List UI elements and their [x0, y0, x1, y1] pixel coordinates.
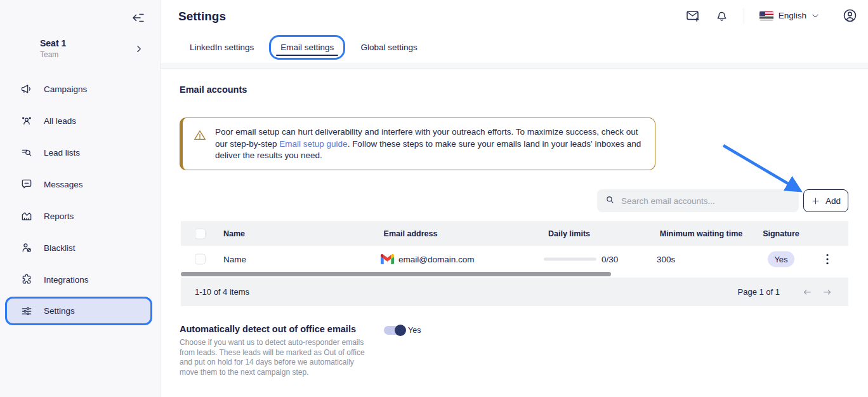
sidebar-item-label: Reports [44, 212, 74, 221]
topbar: English [685, 8, 858, 24]
tab-linkedin-settings[interactable]: LinkedIn settings [178, 35, 265, 60]
column-header-daily-limits: Daily limits [548, 229, 590, 238]
chart-icon [20, 210, 33, 222]
out-of-office-description: Choose if you want us to detect auto-res… [180, 338, 369, 377]
sidebar-item-settings[interactable]: Settings [5, 297, 152, 325]
column-header-min-waiting: Minimum waiting time [660, 229, 743, 238]
table-header: Name Email address Daily limits Minimum … [181, 221, 848, 246]
sidebar-item-label: Blacklist [44, 243, 76, 253]
people-icon [20, 114, 33, 127]
horizontal-scrollbar[interactable] [181, 272, 611, 276]
out-of-office-toggle[interactable] [384, 326, 404, 335]
puzzle-icon [20, 273, 33, 286]
notifications-bell-icon[interactable] [714, 8, 730, 24]
tab-email-settings[interactable]: Email settings [269, 35, 345, 60]
daily-limit-progressbar [544, 257, 596, 260]
person-block-icon [20, 241, 33, 254]
page-indicator: Page 1 of 1 [738, 287, 780, 297]
language-label[interactable]: English [779, 11, 806, 20]
email-accounts-heading: Email accounts [180, 84, 247, 95]
collapse-sidebar-icon[interactable] [131, 10, 146, 25]
list-search-icon [20, 146, 33, 159]
column-header-email: Email address [384, 229, 438, 238]
toggle-knob [395, 325, 406, 336]
sidebar-item-lead-lists[interactable]: Lead lists [0, 137, 160, 168]
sidebar-item-blacklist[interactable]: Blacklist [0, 232, 160, 264]
sidebar-item-reports[interactable]: Reports [0, 200, 160, 232]
table-row: Name email@domain.com 0/30 300s Yes [181, 246, 848, 272]
tabs-divider [161, 64, 868, 69]
sidebar-nav: Campaigns All leads Lead lists Messages [0, 73, 160, 327]
seat-selector[interactable]: Seat 1 Team [40, 38, 66, 59]
sidebar-item-campaigns[interactable]: Campaigns [0, 73, 160, 105]
search-icon [605, 194, 615, 208]
row-name: Name [223, 254, 246, 264]
sidebar-item-label: Campaigns [44, 84, 87, 94]
row-email: email@domain.com [398, 254, 475, 264]
email-setup-guide-link[interactable]: Email setup guide [279, 139, 347, 149]
row-actions-kebab-icon[interactable] [822, 253, 832, 266]
app-window: Seat 1 Team Campaigns All leads [0, 0, 868, 397]
out-of-office-title: Automatically detect out of office email… [180, 324, 356, 334]
sidebar-item-label: Settings [44, 306, 75, 316]
sidebar-item-label: Messages [44, 180, 83, 189]
gmail-icon [381, 254, 394, 264]
search-input[interactable] [621, 196, 791, 206]
main-content: Settings English LinkedIn settings Ema [161, 0, 868, 397]
sliders-icon [20, 305, 33, 318]
seat-subtitle: Team [40, 50, 66, 59]
active-tab-underline [276, 55, 338, 56]
warning-triangle-icon [193, 128, 207, 142]
select-all-checkbox[interactable] [195, 228, 206, 239]
search-email-accounts [597, 189, 799, 212]
sidebar-item-label: All leads [44, 116, 76, 126]
chevron-down-icon[interactable] [810, 11, 820, 21]
chevron-right-icon[interactable] [133, 43, 145, 55]
sidebar-item-integrations[interactable]: Integrations [0, 264, 160, 295]
compose-email-icon[interactable] [685, 8, 700, 24]
us-flag-icon [760, 11, 773, 20]
pagination-bar: 1-10 of 4 items Page 1 of 1 [181, 278, 848, 306]
row-min-waiting: 300s [657, 254, 675, 264]
row-daily-limit: 0/30 [602, 254, 618, 264]
page-title: Settings [178, 10, 226, 24]
deliverability-warning-banner: Poor email setup can hurt deliverability… [180, 118, 655, 170]
column-header-name: Name [223, 229, 245, 238]
next-page-icon[interactable] [822, 286, 833, 298]
sidebar-item-messages[interactable]: Messages [0, 168, 160, 200]
sidebar-item-label: Integrations [44, 275, 89, 285]
items-range-label: 1-10 of 4 items [195, 287, 249, 297]
sidebar: Seat 1 Team Campaigns All leads [0, 0, 161, 397]
row-checkbox[interactable] [195, 253, 206, 264]
column-header-signature: Signature [763, 229, 799, 238]
previous-page-icon[interactable] [801, 286, 813, 298]
warning-text: Poor email setup can hurt deliverability… [215, 126, 645, 162]
seat-title: Seat 1 [40, 38, 66, 48]
profile-avatar-icon[interactable] [842, 8, 858, 24]
email-accounts-table: Name Email address Daily limits Minimum … [181, 221, 848, 272]
topbar-divider [744, 8, 744, 24]
plus-icon [811, 196, 820, 206]
tab-email-settings-label: Email settings [280, 43, 334, 52]
megaphone-icon [20, 83, 33, 95]
sidebar-item-all-leads[interactable]: All leads [0, 105, 160, 137]
out-of-office-toggle-label: Yes [408, 326, 421, 335]
add-button-label: Add [825, 196, 841, 206]
sidebar-item-label: Lead lists [44, 148, 80, 158]
signature-status-badge: Yes [768, 251, 794, 267]
add-email-account-button[interactable]: Add [803, 189, 848, 212]
chat-icon [20, 178, 33, 191]
settings-tabs: LinkedIn settings Email settings Global … [178, 35, 429, 60]
tab-global-settings[interactable]: Global settings [349, 35, 428, 60]
